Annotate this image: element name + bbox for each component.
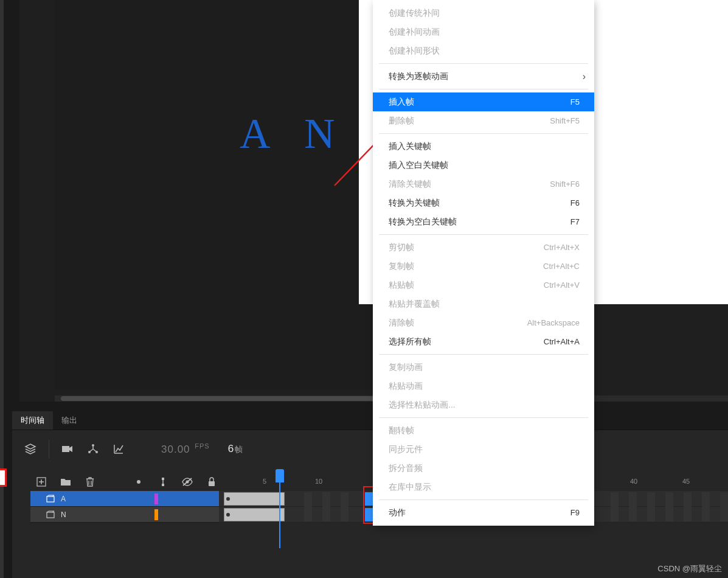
trash-icon[interactable] — [84, 476, 96, 488]
layer-color-swatch — [154, 509, 158, 520]
layer-type-icon — [46, 510, 55, 519]
menu-item: 创建传统补间 — [373, 4, 594, 23]
camera-icon[interactable] — [61, 443, 74, 455]
menu-item-shortcut: Alt+Backspace — [527, 318, 580, 327]
menu-item[interactable]: 选择所有帧Ctrl+Alt+A — [373, 332, 594, 351]
menu-item-label: 插入空白关键帧 — [389, 160, 448, 171]
menu-item-shortcut: F5 — [570, 97, 580, 106]
menu-item[interactable]: 动作F9 — [373, 503, 594, 522]
add-layer-icon[interactable] — [35, 476, 47, 488]
context-menu: 创建传统补间创建补间动画创建补间形状转换为逐帧动画插入帧F5删除帧Shift+F… — [373, 0, 594, 526]
menu-item: 拆分音频 — [373, 459, 594, 478]
svg-point-12 — [137, 480, 140, 484]
menu-item: 清除帧Alt+Backspace — [373, 313, 594, 332]
ruler-tick: 40 — [630, 478, 637, 485]
menu-separator — [379, 133, 588, 134]
svg-rect-19 — [47, 512, 54, 518]
watermark-text: CSDN @雨翼轻尘 — [657, 563, 722, 574]
layers-icon[interactable] — [24, 443, 36, 455]
menu-item[interactable]: 转换为空白关键帧F7 — [373, 212, 594, 231]
connector-icon[interactable] — [157, 476, 169, 488]
menu-item-label: 同步元件 — [389, 444, 423, 455]
fps-display[interactable]: 30.00 FPS — [161, 442, 210, 456]
menu-item: 剪切帧Ctrl+Alt+X — [373, 238, 594, 257]
frame-value: 6 — [228, 443, 234, 454]
menu-separator — [379, 354, 588, 355]
layer-name: N — [61, 510, 66, 519]
menu-item-label: 转换为空白关键帧 — [389, 217, 457, 228]
layer-toolbar — [12, 473, 219, 491]
menu-item[interactable]: 插入帧F5 — [373, 92, 594, 111]
layer-row-a[interactable]: A — [30, 491, 219, 507]
menu-item-label: 插入关键帧 — [389, 141, 431, 152]
menu-item[interactable]: 转换为关键帧F6 — [373, 193, 594, 212]
stage-text-n[interactable]: N — [304, 110, 335, 158]
visibility-icon[interactable] — [181, 476, 193, 488]
menu-item-shortcut: Ctrl+Alt+C — [543, 262, 580, 271]
timeline-panel: 30.00 FPS 6帧 — [12, 430, 728, 578]
menu-item-label: 转换为关键帧 — [389, 198, 440, 209]
menu-item-label: 清除关键帧 — [389, 179, 431, 190]
menu-item: 复制动画 — [373, 358, 594, 377]
layer-list: A N — [30, 491, 219, 523]
menu-item-shortcut: Ctrl+Alt+X — [544, 243, 580, 252]
menu-item[interactable]: 插入空白关键帧 — [373, 156, 594, 175]
ruler-tick: 5 — [263, 478, 266, 485]
svg-rect-14 — [162, 484, 164, 486]
menu-item-label: 删除帧 — [389, 116, 414, 127]
menu-item: 删除帧Shift+F5 — [373, 111, 594, 130]
layer-color-swatch — [154, 493, 158, 504]
menu-item-label: 选择所有帧 — [389, 336, 431, 347]
annotation-red-box-left — [0, 468, 7, 487]
menu-item: 在库中显示 — [373, 478, 594, 496]
current-frame-display[interactable]: 6帧 — [228, 443, 243, 455]
menu-item-label: 创建补间形状 — [389, 46, 440, 57]
layer-row-n[interactable]: N — [30, 507, 219, 523]
menu-item: 同步元件 — [373, 440, 594, 459]
menu-item-shortcut: Shift+F5 — [550, 116, 580, 125]
menu-item-shortcut: F6 — [570, 198, 580, 207]
menu-item-label: 在库中显示 — [389, 482, 431, 493]
ruler-tick: 10 — [315, 478, 322, 485]
panel-tab-bar: 时间轴 输出 — [12, 411, 86, 431]
lock-icon[interactable] — [206, 476, 218, 488]
menu-separator — [379, 89, 588, 89]
menu-separator — [379, 500, 588, 500]
tab-timeline[interactable]: 时间轴 — [12, 411, 53, 431]
menu-item: 创建补间形状 — [373, 41, 594, 60]
menu-item[interactable]: 转换为逐帧动画 — [373, 67, 594, 86]
left-toolbar — [0, 0, 4, 578]
menu-item-label: 清除帧 — [389, 318, 414, 329]
menu-item: 翻转帧 — [373, 421, 594, 440]
menu-item-label: 复制动画 — [389, 362, 423, 373]
menu-item: 粘贴并覆盖帧 — [373, 294, 594, 313]
svg-point-3 — [92, 444, 94, 447]
highlight-dot-icon[interactable] — [133, 476, 145, 488]
menu-item[interactable]: 插入关键帧 — [373, 137, 594, 156]
menu-item-shortcut: Ctrl+Alt+A — [544, 337, 580, 346]
menu-separator — [379, 63, 588, 64]
rig-icon[interactable] — [87, 443, 99, 455]
graph-icon[interactable] — [113, 443, 125, 455]
menu-separator — [379, 234, 588, 235]
menu-item-label: 创建传统补间 — [389, 8, 440, 19]
stage-text-a[interactable]: A — [240, 110, 271, 158]
svg-rect-13 — [162, 478, 164, 480]
menu-item-label: 剪切帧 — [389, 242, 414, 253]
tab-output[interactable]: 输出 — [53, 411, 86, 431]
scrollbar-thumb[interactable] — [61, 396, 377, 401]
timeline-header: 30.00 FPS 6帧 — [12, 430, 728, 468]
menu-item: 选择性粘贴动画... — [373, 395, 594, 414]
menu-item-label: 翻转帧 — [389, 425, 414, 436]
layer-type-icon — [46, 495, 55, 503]
fps-value: 30.00 — [161, 444, 190, 455]
menu-item-label: 创建补间动画 — [389, 27, 440, 38]
menu-item-label: 转换为逐帧动画 — [389, 71, 448, 82]
menu-item: 创建补间动画 — [373, 23, 594, 41]
svg-rect-17 — [209, 481, 215, 486]
folder-icon[interactable] — [60, 476, 72, 488]
menu-item: 粘贴帧Ctrl+Alt+V — [373, 276, 594, 294]
menu-item-shortcut: F9 — [570, 508, 580, 517]
menu-item-label: 粘贴帧 — [389, 280, 414, 291]
menu-item-shortcut: F7 — [570, 217, 580, 226]
